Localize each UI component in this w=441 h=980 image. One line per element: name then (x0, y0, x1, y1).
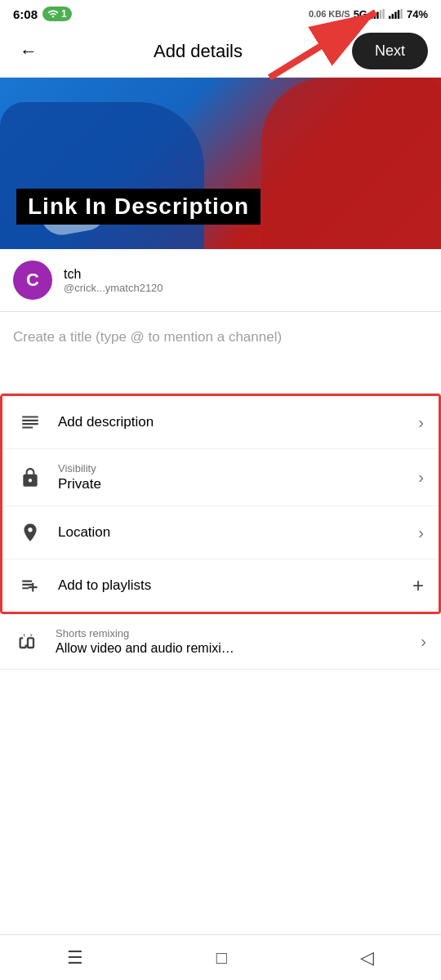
svg-rect-7 (394, 12, 396, 19)
title-input-area[interactable]: Create a title (type @ to mention a chan… (0, 312, 441, 394)
remix-sub: Allow video and audio remixi… (56, 641, 421, 656)
description-icon (17, 409, 43, 435)
status-time: 6:08 (13, 7, 38, 21)
playlist-content: Add to playlists (58, 577, 412, 594)
highlighted-section: Add description › Visibility Private › L… (0, 394, 441, 614)
back-button[interactable]: ← (13, 38, 44, 65)
visibility-main-label: Private (58, 476, 418, 492)
svg-rect-5 (389, 16, 390, 19)
signal-icon-2 (389, 8, 403, 20)
location-chevron: › (418, 523, 424, 542)
playlist-item[interactable]: Add to playlists + (2, 559, 439, 612)
signal-icon (371, 8, 385, 20)
bottom-nav: ☰ □ ◁ (0, 934, 441, 980)
bottom-menu-button[interactable]: ☰ (51, 941, 100, 975)
thumbnail-overlay-text: Link In Description (16, 189, 261, 225)
location-label: Location (58, 524, 110, 540)
add-description-item[interactable]: Add description › (2, 396, 439, 449)
location-item[interactable]: Location › (2, 506, 439, 559)
visibility-content: Visibility Private (58, 462, 418, 492)
svg-rect-9 (400, 9, 402, 19)
avatar: C (13, 261, 52, 300)
channel-name: tch (64, 267, 163, 282)
data-speed: 0.06 KB/S (309, 9, 350, 19)
location-icon (17, 519, 43, 546)
wifi-icon (47, 8, 59, 20)
channel-info: tch @crick...ymatch2120 (64, 267, 163, 294)
svg-rect-3 (380, 10, 381, 19)
battery-level: 74% (407, 8, 428, 20)
location-content: Location (58, 524, 418, 541)
visibility-item[interactable]: Visibility Private › (2, 449, 439, 506)
remix-icon (15, 629, 41, 655)
lock-icon (17, 465, 43, 491)
status-right: 0.06 KB/S 5G 74% (309, 8, 428, 20)
remix-title: Shorts remixing (56, 627, 421, 639)
top-nav: ← Add details Next (0, 24, 441, 78)
visibility-sub-label: Visibility (58, 462, 418, 474)
description-content: Add description (58, 414, 418, 430)
svg-rect-8 (398, 10, 399, 19)
remixing-item[interactable]: Shorts remixing Allow video and audio re… (0, 614, 441, 670)
channel-handle: @crick...ymatch2120 (64, 282, 163, 294)
remix-chevron: › (421, 632, 426, 651)
title-placeholder: Create a title (type @ to mention a chan… (13, 329, 282, 345)
status-bar: 6:08 1 0.06 KB/S 5G 74% (0, 0, 441, 24)
visibility-chevron: › (418, 468, 424, 487)
remix-content: Shorts remixing Allow video and audio re… (56, 627, 421, 656)
playlist-plus-icon: + (412, 574, 424, 597)
svg-rect-0 (371, 16, 372, 19)
wifi-badge: 1 (42, 7, 72, 21)
description-chevron: › (418, 413, 424, 432)
next-button[interactable]: Next (352, 33, 428, 69)
video-thumbnail: Link In Description (0, 78, 441, 249)
playlist-add-icon (17, 572, 43, 599)
description-label: Add description (58, 414, 154, 430)
status-left: 6:08 1 (13, 7, 72, 21)
svg-rect-1 (374, 14, 376, 19)
svg-rect-6 (392, 14, 394, 19)
svg-rect-4 (382, 9, 384, 19)
playlist-label: Add to playlists (58, 577, 151, 593)
notification-count: 1 (61, 8, 67, 20)
svg-rect-2 (376, 12, 378, 19)
bottom-back-button[interactable]: ◁ (344, 941, 390, 975)
network-type: 5G (354, 8, 368, 20)
channel-row: C tch @crick...ymatch2120 (0, 249, 441, 312)
page-title: Add details (154, 41, 243, 62)
bottom-home-button[interactable]: □ (200, 941, 243, 975)
